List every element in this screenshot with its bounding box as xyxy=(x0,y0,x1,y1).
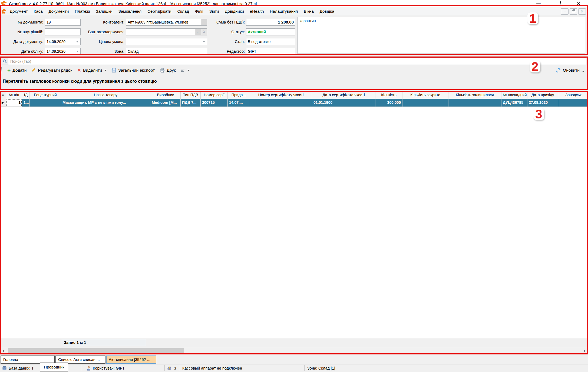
account-date-label: Дата обліку: xyxy=(2,48,43,55)
cell-id[interactable]: 1... xyxy=(22,99,30,107)
header-quantity[interactable]: Кількість xyxy=(375,92,402,99)
scroll-right-icon[interactable]: › xyxy=(581,347,588,354)
header-product-name[interactable]: Назва товару xyxy=(61,92,150,99)
internal-number-field[interactable] xyxy=(45,28,81,35)
cell-prescription[interactable] xyxy=(30,99,61,107)
table-row[interactable]: ▶ 1 1... Маска защит. МР с петлями голу.… xyxy=(0,99,588,107)
view-options-button[interactable] xyxy=(178,68,192,73)
header-id[interactable]: ІД xyxy=(22,92,30,99)
refresh-dropdown-caret-icon[interactable] xyxy=(582,71,584,72)
delete-x-icon: ✕ xyxy=(77,68,81,72)
cell-quality-cert-date[interactable]: 01.01.1900 xyxy=(312,99,375,107)
state-label: Стан: xyxy=(208,38,245,45)
restore-button[interactable] xyxy=(554,1,563,6)
menu-certificates[interactable]: Сертифікати xyxy=(144,8,174,15)
horizontal-scrollbar[interactable]: ‹ › xyxy=(0,347,588,354)
chevron-down-icon[interactable] xyxy=(76,41,78,42)
cell-quantity-closed[interactable] xyxy=(402,99,448,107)
mdi-restore-button[interactable] xyxy=(570,8,577,15)
search-icon xyxy=(1,58,8,65)
print-button[interactable]: Друк xyxy=(157,67,178,74)
mdi-minimize-button[interactable]: – xyxy=(561,8,569,15)
cell-manufacturer[interactable]: Medicom [M... xyxy=(150,99,181,107)
status-bar: База даних: Т Проводник Користувач: GIFT… xyxy=(0,364,588,372)
delete-button[interactable]: ✕ Видалити xyxy=(75,67,109,74)
chevron-down-icon[interactable] xyxy=(203,41,205,42)
mdi-close-button[interactable]: ✕ xyxy=(578,8,586,15)
menu-bar: Документ Каса Документи Платежі Залишки … xyxy=(0,7,588,16)
cell-arrival-date[interactable]: 27.08.2020 xyxy=(527,99,558,107)
user-status: Користувач: GIFT xyxy=(87,364,125,372)
chevron-down-icon[interactable] xyxy=(76,51,78,52)
minimize-button[interactable]: — xyxy=(534,1,543,6)
scroll-left-icon[interactable]: ‹ xyxy=(0,347,7,354)
header-factory[interactable]: Заводськ xyxy=(558,92,588,99)
account-date-field[interactable]: 14.09.2020 xyxy=(45,48,81,55)
menu-settings[interactable]: Налаштування xyxy=(267,8,301,15)
menu-ehealth[interactable]: eHealth xyxy=(247,8,267,15)
header-quality-cert-date[interactable]: Дата сертифіката якості xyxy=(312,92,375,99)
menu-help[interactable]: Довідка xyxy=(317,8,337,15)
explorer-overlay[interactable]: Проводник xyxy=(40,363,68,371)
comment-field[interactable]: карантин xyxy=(298,17,585,54)
header-prescription[interactable]: Рецептурний xyxy=(30,92,61,99)
header-invoice-number[interactable]: № накладний xyxy=(501,92,527,99)
statusbar-separator xyxy=(164,365,165,371)
delete-dropdown-caret-icon[interactable] xyxy=(104,70,107,71)
edit-row-button[interactable]: Редагувати рядок xyxy=(29,67,75,74)
menu-windows[interactable]: Вікна xyxy=(301,8,317,15)
refresh-button[interactable]: Оновити xyxy=(556,68,584,73)
consignee-lookup-button[interactable]: ... xyxy=(195,29,201,35)
sum-label: Сума без ПДВ): xyxy=(208,19,245,26)
cell-quantity-left[interactable] xyxy=(448,99,501,107)
menu-warehouse[interactable]: Склад xyxy=(174,8,192,15)
header-arrival-date[interactable]: Дата прихіду xyxy=(527,92,558,99)
zone-field[interactable]: Склад xyxy=(126,48,207,55)
cell-invoice-number[interactable]: ДУЦ436785 xyxy=(501,99,527,107)
cell-expiry[interactable]: 14.07.... xyxy=(228,99,250,107)
menu-documents[interactable]: Документи xyxy=(45,8,72,15)
cell-series-number[interactable]: 200715 xyxy=(201,99,228,107)
header-series-number[interactable]: Номер серії xyxy=(201,92,228,99)
zone-status: Зона: Склад [1] xyxy=(307,364,335,372)
search-input[interactable] xyxy=(8,58,586,65)
menu-stocks[interactable]: Залишки xyxy=(93,8,115,15)
cell-npp[interactable]: 1 xyxy=(6,99,22,107)
contractor-field[interactable]: Апт №003 пгт.Барышевка, ул.Киев ... xyxy=(126,19,207,26)
cell-product-name[interactable]: Маска защит. МР с петлями голу... xyxy=(61,99,150,107)
contractor-lookup-button[interactable]: ... xyxy=(201,19,207,25)
doc-date-field[interactable]: 14.09.2020 xyxy=(45,38,81,45)
view-options-caret-icon[interactable] xyxy=(187,70,190,71)
header-quality-cert-number[interactable]: Номер сертифікату якості xyxy=(250,92,312,99)
tab-writeoff-act[interactable]: Акт списання [35252 ... xyxy=(106,356,156,364)
cell-factory[interactable] xyxy=(558,99,588,107)
header-vat-type[interactable]: Тип ПДВ xyxy=(181,92,201,99)
add-button[interactable]: + Додати xyxy=(5,67,29,74)
header-npp[interactable]: № п/п xyxy=(6,92,22,99)
cell-quantity[interactable]: 300,000 xyxy=(375,99,402,107)
menu-branches[interactable]: Філії xyxy=(192,8,206,15)
price-term-field[interactable] xyxy=(126,38,207,45)
consignee-clear-button[interactable]: X xyxy=(201,29,207,35)
consignee-field[interactable]: ... X xyxy=(126,28,207,35)
menu-directories[interactable]: Довідники xyxy=(222,8,247,15)
close-button[interactable]: ✕ xyxy=(574,1,583,6)
header-manufacturer[interactable]: Виробник xyxy=(150,92,181,99)
header-expiry[interactable]: Прида... xyxy=(228,92,250,99)
column-chooser-icon[interactable]: ≡ xyxy=(0,92,6,99)
export-button[interactable]: Загальний експорт xyxy=(109,67,157,74)
zone-label: Зона: xyxy=(81,48,124,55)
menu-kasa[interactable]: Каса xyxy=(31,8,46,15)
menu-reports[interactable]: Звіти xyxy=(206,8,222,15)
menu-orders[interactable]: Замовлення xyxy=(115,8,144,15)
application-window: Скарб pro v. 4.0.2.77 [ІД: 969] - [Апт №… xyxy=(0,0,588,372)
cell-quality-cert-number[interactable] xyxy=(250,99,312,107)
header-quantity-left[interactable]: Кількість залишилася xyxy=(448,92,501,99)
toolbar-drag-handle[interactable] xyxy=(1,67,3,73)
header-quantity-closed[interactable]: Кількість закрито xyxy=(402,92,448,99)
menu-payments[interactable]: Платежі xyxy=(72,8,93,15)
cell-vat-type[interactable]: ПДВ 7... xyxy=(181,99,201,107)
menu-document[interactable]: Документ xyxy=(7,8,31,15)
doc-number-field[interactable]: 19 xyxy=(45,19,81,26)
scrollbar-thumb[interactable] xyxy=(8,348,184,353)
